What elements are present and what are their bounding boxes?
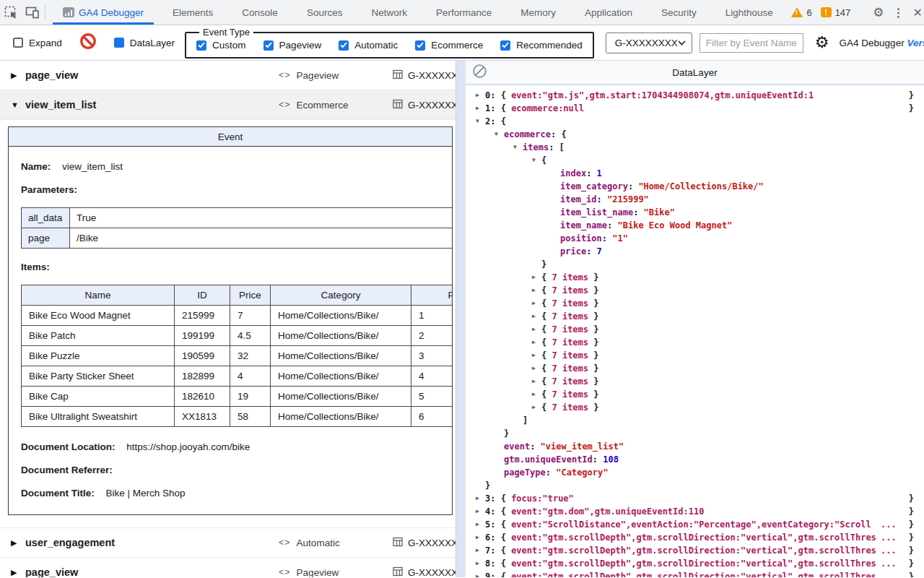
datalayer-line[interactable]: ] <box>466 414 924 427</box>
tab-application[interactable]: Application <box>570 0 647 25</box>
settings-gear-icon[interactable]: ⚙ <box>873 5 884 20</box>
checkbox-checked-icon[interactable] <box>500 40 510 51</box>
datalayer-line[interactable]: ▶{ 7 items } <box>466 323 924 336</box>
chevron-right-icon[interactable]: ▶ <box>476 89 485 102</box>
checkbox-checked-icon[interactable] <box>339 40 349 51</box>
datalayer-line[interactable]: item_name: "Bike Eco Wood Magnet" <box>466 219 924 232</box>
event-type-checkbox-ecommerce[interactable]: Ecommerce <box>415 40 483 51</box>
chevron-down-icon[interactable]: ▼ <box>494 128 504 141</box>
chevron-right-icon[interactable]: ▶ <box>11 71 25 80</box>
warnings-counter[interactable]: 6 <box>791 7 811 18</box>
datalayer-line[interactable]: ▶5: { event:"ScrollDistance",eventAction… <box>466 518 924 531</box>
chevron-right-icon[interactable]: ▶ <box>532 362 541 375</box>
chevron-right-icon[interactable]: ▶ <box>476 518 485 531</box>
chevron-right-icon[interactable]: ▶ <box>532 375 541 388</box>
event-type-checkbox-custom[interactable]: Custom <box>196 40 246 51</box>
datalayer-line[interactable]: ▼items: [ <box>466 141 924 154</box>
chevron-down-icon[interactable]: ▼ <box>476 115 485 128</box>
chevron-right-icon[interactable]: ▶ <box>476 531 485 544</box>
datalayer-line[interactable]: } <box>466 427 924 440</box>
measurement-id-select[interactable]: G-XXXXXXXX <box>606 33 692 53</box>
tab-security[interactable]: Security <box>647 0 711 25</box>
checkbox-checked-icon[interactable] <box>415 40 425 51</box>
event-row-view_item_list[interactable]: ▼view_item_list<>EcommerceG-XXXXXXXX <box>0 90 456 120</box>
expand-checkbox-box[interactable] <box>13 38 23 48</box>
event-type-checkbox-recommended[interactable]: Recommended <box>500 40 583 51</box>
chevron-right-icon[interactable]: ▶ <box>532 297 541 310</box>
tab-network[interactable]: Network <box>357 0 422 25</box>
datalayer-line[interactable]: ▶4: { event:"gtm.dom",gtm.uniqueEventId:… <box>466 505 924 518</box>
datalayer-line[interactable]: ▶6: { event:"gtm.scrollDepth",gtm.scroll… <box>466 531 924 544</box>
datalayer-line[interactable]: ▶8: { event:"gtm.scrollDepth",gtm.scroll… <box>466 557 924 570</box>
datalayer-line[interactable]: ▼ecommerce: { <box>466 128 924 141</box>
datalayer-line[interactable]: ▶3: { focus:"true"} <box>466 492 924 505</box>
chevron-right-icon[interactable]: ▶ <box>11 538 25 548</box>
expand-checkbox[interactable]: Expand <box>13 38 62 48</box>
datalayer-line[interactable]: ▶{ 7 items } <box>466 297 924 310</box>
chevron-down-icon[interactable]: ▼ <box>513 141 523 154</box>
brand-version[interactable]: Version 3 <box>907 38 924 48</box>
chevron-right-icon[interactable]: ▶ <box>476 544 485 557</box>
tab-memory[interactable]: Memory <box>506 0 570 25</box>
inspect-element-icon[interactable] <box>0 0 22 25</box>
chevron-right-icon[interactable]: ▶ <box>532 336 541 349</box>
device-toolbar-icon[interactable] <box>22 0 43 25</box>
datalayer-line[interactable]: index: 1 <box>466 167 924 180</box>
datalayer-line[interactable]: pageType: "Category" <box>466 466 924 479</box>
event-filter-input[interactable]: Filter by Event Name <box>699 33 803 53</box>
datalayer-line[interactable]: ▶{ 7 items } <box>466 362 924 375</box>
datalayer-line[interactable]: item_category: "Home/Collections/Bike/" <box>466 180 924 193</box>
chevron-right-icon[interactable]: ▶ <box>476 505 485 518</box>
event-row-page_view[interactable]: ▶page_view<>PageviewG-XXXXXXXX <box>0 61 456 90</box>
checkbox-checked-icon[interactable] <box>196 40 206 51</box>
close-devtools-icon[interactable]: ✕ <box>913 6 923 20</box>
datalayer-line[interactable]: ▶7: { event:"gtm.scrollDepth",gtm.scroll… <box>466 544 924 557</box>
extension-settings-gear-icon[interactable]: ⚙ <box>815 35 829 51</box>
datalayer-line[interactable]: ▶9: { event:"gtm.scrollDepth",gtm.scroll… <box>466 570 924 577</box>
datalayer-line[interactable]: } <box>466 479 924 492</box>
datalayer-line[interactable]: ▶{ 7 items } <box>466 284 924 297</box>
datalayer-line[interactable]: item_list_name: "Bike" <box>466 206 924 219</box>
datalayer-line[interactable]: ▶{ 7 items } <box>466 336 924 349</box>
datalayer-line[interactable]: ▶{ 7 items } <box>466 271 924 284</box>
chevron-right-icon[interactable]: ▶ <box>476 492 485 505</box>
datalayer-line[interactable]: price: 7 <box>466 245 924 258</box>
datalayer-line[interactable]: item_id: "215999" <box>466 193 924 206</box>
kebab-menu-icon[interactable]: ⋮ <box>893 6 905 20</box>
chevron-down-icon[interactable]: ▼ <box>11 100 25 109</box>
datalayer-line[interactable]: ▼2: { <box>466 115 924 128</box>
datalayer-line[interactable]: ▶0: { event:"gtm.js",gtm.start:170434490… <box>466 89 924 102</box>
datalayer-line[interactable]: position: "1" <box>466 232 924 245</box>
chevron-right-icon[interactable]: ▶ <box>476 102 485 115</box>
datalayer-line[interactable]: } <box>466 258 924 271</box>
checkbox-checked-icon[interactable] <box>263 40 274 51</box>
clear-events-icon[interactable] <box>79 33 97 53</box>
tab-elements[interactable]: Elements <box>158 0 227 25</box>
datalayer-line[interactable]: ▼{ <box>466 154 924 167</box>
datalayer-line[interactable]: gtm.uniqueEventId: 108 <box>466 453 924 466</box>
event-type-checkbox-automatic[interactable]: Automatic <box>339 40 398 51</box>
datalayer-line[interactable]: event: "view_item_list" <box>466 440 924 453</box>
chevron-right-icon[interactable]: ▶ <box>532 323 541 336</box>
datalayer-line[interactable]: ▶1: { ecommerce:null} <box>466 102 924 115</box>
datalayer-line[interactable]: ▶{ 7 items } <box>466 375 924 388</box>
datalayer-line[interactable]: ▶{ 7 items } <box>466 401 924 414</box>
tab-performance[interactable]: Performance <box>422 0 506 25</box>
datalayer-line[interactable]: ▶{ 7 items } <box>466 310 924 323</box>
chevron-right-icon[interactable]: ▶ <box>532 284 541 297</box>
tab-console[interactable]: Console <box>227 0 292 25</box>
chevron-right-icon[interactable]: ▶ <box>532 349 541 362</box>
datalayer-checkbox-box[interactable] <box>114 38 124 48</box>
issues-counter[interactable]: ! 147 <box>821 7 851 18</box>
chevron-right-icon[interactable]: ▶ <box>532 388 541 401</box>
chevron-right-icon[interactable]: ▶ <box>476 570 485 577</box>
datalayer-line[interactable]: ▶{ 7 items } <box>466 388 924 401</box>
chevron-right-icon[interactable]: ▶ <box>476 557 485 570</box>
event-row-page_view[interactable]: ▶page_view<>PageviewG-XXXXXXXX <box>0 558 456 577</box>
chevron-right-icon[interactable]: ▶ <box>11 568 25 577</box>
datalayer-checkbox[interactable]: DataLayer <box>114 38 175 48</box>
panel-divider-scrollbar[interactable] <box>456 61 466 577</box>
event-row-user_engagement[interactable]: ▶user_engagement<>AutomaticG-XXXXXXXX <box>0 528 456 558</box>
tab-sources[interactable]: Sources <box>292 0 357 25</box>
tab-lighthouse[interactable]: Lighthouse <box>711 0 786 25</box>
